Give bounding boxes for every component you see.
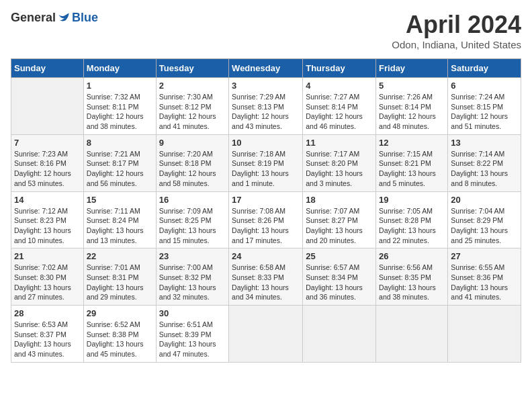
logo-general-text: General — [11, 11, 56, 25]
week-row-4: 21Sunrise: 7:02 AMSunset: 8:30 PMDayligh… — [11, 248, 521, 306]
day-number: 17 — [232, 195, 300, 205]
day-number: 2 — [159, 81, 226, 91]
location-text: Odon, Indiana, United States — [392, 39, 521, 50]
day-number: 1 — [87, 81, 153, 91]
day-cell: 7Sunrise: 7:23 AMSunset: 8:16 PMDaylight… — [11, 134, 84, 191]
day-cell: 6Sunrise: 7:24 AMSunset: 8:15 PMDaylight… — [448, 78, 521, 135]
day-info: Sunrise: 7:32 AMSunset: 8:11 PMDaylight:… — [87, 92, 153, 132]
day-cell: 28Sunrise: 6:53 AMSunset: 8:37 PMDayligh… — [11, 306, 84, 363]
day-cell: 15Sunrise: 7:11 AMSunset: 8:24 PMDayligh… — [83, 191, 156, 248]
day-cell — [229, 306, 303, 363]
day-info: Sunrise: 7:20 AMSunset: 8:18 PMDaylight:… — [159, 149, 226, 189]
day-info: Sunrise: 7:17 AMSunset: 8:20 PMDaylight:… — [306, 149, 373, 189]
day-number: 12 — [379, 138, 445, 148]
day-number: 19 — [379, 195, 445, 205]
day-info: Sunrise: 7:29 AMSunset: 8:13 PMDaylight:… — [232, 92, 300, 132]
day-info: Sunrise: 6:53 AMSunset: 8:37 PMDaylight:… — [14, 320, 81, 359]
day-cell: 12Sunrise: 7:15 AMSunset: 8:21 PMDayligh… — [376, 134, 448, 191]
column-header-saturday: Saturday — [448, 59, 521, 78]
column-header-sunday: Sunday — [11, 59, 84, 78]
week-row-2: 7Sunrise: 7:23 AMSunset: 8:16 PMDaylight… — [11, 134, 521, 191]
day-cell — [303, 306, 376, 363]
day-info: Sunrise: 7:18 AMSunset: 8:19 PMDaylight:… — [232, 149, 300, 189]
column-header-wednesday: Wednesday — [229, 59, 303, 78]
day-info: Sunrise: 7:30 AMSunset: 8:12 PMDaylight:… — [159, 92, 226, 132]
day-cell: 11Sunrise: 7:17 AMSunset: 8:20 PMDayligh… — [303, 134, 376, 191]
day-info: Sunrise: 7:15 AMSunset: 8:21 PMDaylight:… — [379, 149, 445, 189]
day-info: Sunrise: 7:12 AMSunset: 8:23 PMDaylight:… — [14, 206, 81, 246]
day-cell: 8Sunrise: 7:21 AMSunset: 8:17 PMDaylight… — [83, 134, 156, 191]
column-header-friday: Friday — [376, 59, 448, 78]
day-cell: 21Sunrise: 7:02 AMSunset: 8:30 PMDayligh… — [11, 248, 84, 306]
day-number: 18 — [306, 195, 373, 205]
day-number: 9 — [159, 138, 226, 148]
day-cell — [448, 306, 521, 363]
day-number: 15 — [87, 195, 153, 205]
day-cell: 19Sunrise: 7:05 AMSunset: 8:28 PMDayligh… — [376, 191, 448, 248]
day-info: Sunrise: 7:09 AMSunset: 8:25 PMDaylight:… — [159, 206, 226, 246]
day-info: Sunrise: 7:11 AMSunset: 8:24 PMDaylight:… — [87, 206, 153, 246]
day-info: Sunrise: 7:02 AMSunset: 8:30 PMDaylight:… — [14, 263, 81, 302]
day-number: 16 — [159, 195, 226, 205]
day-cell: 5Sunrise: 7:26 AMSunset: 8:14 PMDaylight… — [376, 78, 448, 135]
day-number: 30 — [159, 308, 226, 318]
day-cell: 4Sunrise: 7:27 AMSunset: 8:14 PMDaylight… — [303, 78, 376, 135]
day-cell: 29Sunrise: 6:52 AMSunset: 8:38 PMDayligh… — [83, 306, 156, 363]
day-cell — [376, 306, 448, 363]
calendar-table: SundayMondayTuesdayWednesdayThursdayFrid… — [11, 58, 521, 363]
column-header-tuesday: Tuesday — [156, 59, 228, 78]
day-cell: 20Sunrise: 7:04 AMSunset: 8:29 PMDayligh… — [448, 191, 521, 248]
day-info: Sunrise: 6:58 AMSunset: 8:33 PMDaylight:… — [232, 263, 300, 302]
day-info: Sunrise: 6:55 AMSunset: 8:36 PMDaylight:… — [451, 263, 518, 302]
day-number: 5 — [379, 81, 445, 91]
week-row-5: 28Sunrise: 6:53 AMSunset: 8:37 PMDayligh… — [11, 306, 521, 363]
day-number: 29 — [87, 308, 153, 318]
day-info: Sunrise: 7:23 AMSunset: 8:16 PMDaylight:… — [14, 149, 81, 189]
day-info: Sunrise: 7:00 AMSunset: 8:32 PMDaylight:… — [159, 263, 226, 302]
column-header-monday: Monday — [83, 59, 156, 78]
day-number: 27 — [451, 251, 518, 261]
day-info: Sunrise: 7:08 AMSunset: 8:26 PMDaylight:… — [232, 206, 300, 246]
day-info: Sunrise: 7:04 AMSunset: 8:29 PMDaylight:… — [451, 206, 518, 246]
day-number: 20 — [451, 195, 518, 205]
calendar-header-row: SundayMondayTuesdayWednesdayThursdayFrid… — [11, 59, 521, 78]
day-number: 24 — [232, 251, 300, 261]
day-cell: 1Sunrise: 7:32 AMSunset: 8:11 PMDaylight… — [83, 78, 156, 135]
day-info: Sunrise: 7:24 AMSunset: 8:15 PMDaylight:… — [451, 92, 518, 132]
day-cell: 30Sunrise: 6:51 AMSunset: 8:39 PMDayligh… — [156, 306, 228, 363]
day-number: 11 — [306, 138, 373, 148]
day-info: Sunrise: 7:21 AMSunset: 8:17 PMDaylight:… — [87, 149, 153, 189]
title-block: April 2024 Odon, Indiana, United States — [392, 11, 521, 50]
day-cell: 14Sunrise: 7:12 AMSunset: 8:23 PMDayligh… — [11, 191, 84, 248]
day-cell: 25Sunrise: 6:57 AMSunset: 8:34 PMDayligh… — [303, 248, 376, 306]
day-number: 25 — [306, 251, 373, 261]
day-number: 21 — [14, 251, 81, 261]
day-number: 8 — [87, 138, 153, 148]
day-cell: 17Sunrise: 7:08 AMSunset: 8:26 PMDayligh… — [229, 191, 303, 248]
day-cell: 2Sunrise: 7:30 AMSunset: 8:12 PMDaylight… — [156, 78, 228, 135]
week-row-3: 14Sunrise: 7:12 AMSunset: 8:23 PMDayligh… — [11, 191, 521, 248]
column-header-thursday: Thursday — [303, 59, 376, 78]
day-number: 23 — [159, 251, 226, 261]
day-cell: 10Sunrise: 7:18 AMSunset: 8:19 PMDayligh… — [229, 134, 303, 191]
day-info: Sunrise: 6:52 AMSunset: 8:38 PMDaylight:… — [87, 320, 153, 359]
day-info: Sunrise: 7:05 AMSunset: 8:28 PMDaylight:… — [379, 206, 445, 246]
day-cell: 3Sunrise: 7:29 AMSunset: 8:13 PMDaylight… — [229, 78, 303, 135]
day-number: 14 — [14, 195, 81, 205]
day-cell: 24Sunrise: 6:58 AMSunset: 8:33 PMDayligh… — [229, 248, 303, 306]
day-number: 10 — [232, 138, 300, 148]
day-info: Sunrise: 6:51 AMSunset: 8:39 PMDaylight:… — [159, 320, 226, 359]
day-number: 3 — [232, 81, 300, 91]
logo-blue-text: Blue — [72, 11, 98, 25]
day-number: 7 — [14, 138, 81, 148]
logo-bird-icon — [57, 11, 71, 25]
day-number: 4 — [306, 81, 373, 91]
day-cell: 22Sunrise: 7:01 AMSunset: 8:31 PMDayligh… — [83, 248, 156, 306]
day-cell: 13Sunrise: 7:14 AMSunset: 8:22 PMDayligh… — [448, 134, 521, 191]
day-cell: 26Sunrise: 6:56 AMSunset: 8:35 PMDayligh… — [376, 248, 448, 306]
day-cell: 16Sunrise: 7:09 AMSunset: 8:25 PMDayligh… — [156, 191, 228, 248]
day-info: Sunrise: 6:57 AMSunset: 8:34 PMDaylight:… — [306, 263, 373, 302]
day-info: Sunrise: 6:56 AMSunset: 8:35 PMDaylight:… — [379, 263, 445, 302]
day-info: Sunrise: 7:14 AMSunset: 8:22 PMDaylight:… — [451, 149, 518, 189]
month-title: April 2024 — [392, 11, 521, 39]
